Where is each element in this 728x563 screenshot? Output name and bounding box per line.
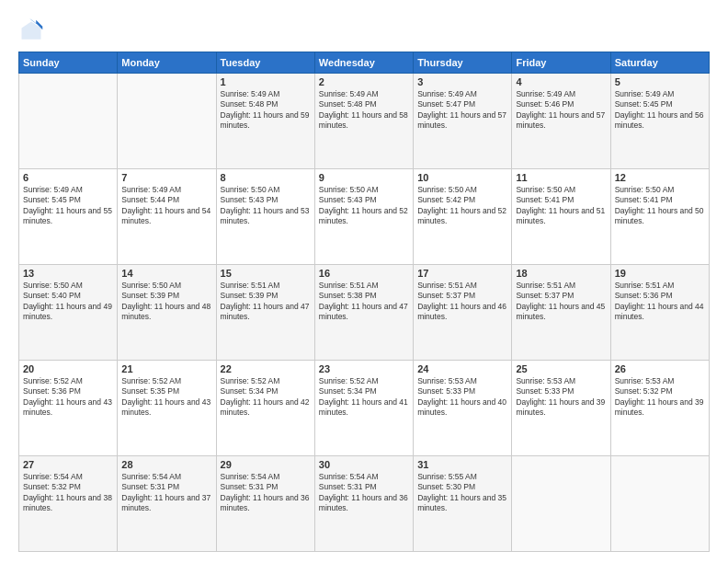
day-cell: 12Sunrise: 5:50 AM Sunset: 5:41 PM Dayli… <box>610 169 709 265</box>
day-cell <box>512 456 610 552</box>
day-cell: 7Sunrise: 5:49 AM Sunset: 5:44 PM Daylig… <box>118 169 216 265</box>
day-cell: 30Sunrise: 5:54 AM Sunset: 5:31 PM Dayli… <box>314 456 413 552</box>
day-cell: 25Sunrise: 5:53 AM Sunset: 5:33 PM Dayli… <box>512 361 610 456</box>
day-info: Sunrise: 5:51 AM Sunset: 5:39 PM Dayligh… <box>221 281 311 323</box>
day-number: 19 <box>615 268 705 279</box>
day-number: 5 <box>615 76 705 87</box>
day-info: Sunrise: 5:55 AM Sunset: 5:30 PM Dayligh… <box>417 472 507 514</box>
weekday-header-wednesday: Wednesday <box>314 52 413 74</box>
day-number: 6 <box>23 172 113 183</box>
day-number: 2 <box>319 76 409 87</box>
week-row-2: 6Sunrise: 5:49 AM Sunset: 5:45 PM Daylig… <box>19 169 710 265</box>
weekday-header-sunday: Sunday <box>19 52 118 74</box>
day-number: 9 <box>319 172 409 183</box>
day-cell: 10Sunrise: 5:50 AM Sunset: 5:42 PM Dayli… <box>414 169 512 265</box>
day-number: 24 <box>417 363 507 374</box>
day-info: Sunrise: 5:50 AM Sunset: 5:43 PM Dayligh… <box>319 185 409 227</box>
day-number: 1 <box>221 76 311 87</box>
day-cell: 21Sunrise: 5:52 AM Sunset: 5:35 PM Dayli… <box>118 361 216 456</box>
day-number: 18 <box>516 268 606 279</box>
day-number: 27 <box>23 459 113 470</box>
day-info: Sunrise: 5:50 AM Sunset: 5:41 PM Dayligh… <box>516 185 606 227</box>
day-info: Sunrise: 5:49 AM Sunset: 5:48 PM Dayligh… <box>221 89 311 132</box>
day-number: 15 <box>221 268 311 279</box>
day-number: 23 <box>319 363 409 374</box>
day-cell <box>118 74 216 169</box>
day-info: Sunrise: 5:53 AM Sunset: 5:33 PM Dayligh… <box>417 376 507 419</box>
day-cell: 17Sunrise: 5:51 AM Sunset: 5:37 PM Dayli… <box>414 265 512 361</box>
day-cell: 27Sunrise: 5:54 AM Sunset: 5:32 PM Dayli… <box>19 456 118 552</box>
day-cell: 31Sunrise: 5:55 AM Sunset: 5:30 PM Dayli… <box>414 456 512 552</box>
day-info: Sunrise: 5:54 AM Sunset: 5:31 PM Dayligh… <box>121 472 211 514</box>
day-number: 29 <box>221 459 311 470</box>
day-info: Sunrise: 5:50 AM Sunset: 5:41 PM Dayligh… <box>615 185 705 227</box>
day-info: Sunrise: 5:49 AM Sunset: 5:47 PM Dayligh… <box>417 89 507 132</box>
day-info: Sunrise: 5:49 AM Sunset: 5:46 PM Dayligh… <box>516 89 606 132</box>
day-info: Sunrise: 5:52 AM Sunset: 5:36 PM Dayligh… <box>23 376 113 419</box>
day-cell: 14Sunrise: 5:50 AM Sunset: 5:39 PM Dayli… <box>118 265 216 361</box>
weekday-header-friday: Friday <box>512 52 610 74</box>
day-cell: 3Sunrise: 5:49 AM Sunset: 5:47 PM Daylig… <box>414 74 512 169</box>
day-info: Sunrise: 5:52 AM Sunset: 5:34 PM Dayligh… <box>221 376 311 419</box>
weekday-header-monday: Monday <box>118 52 216 74</box>
day-number: 17 <box>417 268 507 279</box>
week-row-1: 1Sunrise: 5:49 AM Sunset: 5:48 PM Daylig… <box>19 74 710 169</box>
day-number: 22 <box>221 363 311 374</box>
day-info: Sunrise: 5:54 AM Sunset: 5:32 PM Dayligh… <box>23 472 113 514</box>
day-cell: 16Sunrise: 5:51 AM Sunset: 5:38 PM Dayli… <box>314 265 413 361</box>
day-number: 28 <box>121 459 211 470</box>
day-number: 30 <box>319 459 409 470</box>
day-cell: 23Sunrise: 5:52 AM Sunset: 5:34 PM Dayli… <box>314 361 413 456</box>
day-cell: 26Sunrise: 5:53 AM Sunset: 5:32 PM Dayli… <box>610 361 709 456</box>
day-number: 12 <box>615 172 705 183</box>
logo-icon <box>18 18 44 44</box>
day-cell: 29Sunrise: 5:54 AM Sunset: 5:31 PM Dayli… <box>216 456 314 552</box>
day-cell <box>610 456 709 552</box>
day-number: 7 <box>121 172 211 183</box>
day-number: 10 <box>417 172 507 183</box>
weekday-header-row: SundayMondayTuesdayWednesdayThursdayFrid… <box>19 52 710 74</box>
day-number: 13 <box>23 268 113 279</box>
week-row-5: 27Sunrise: 5:54 AM Sunset: 5:32 PM Dayli… <box>19 456 710 552</box>
day-number: 3 <box>417 76 507 87</box>
week-row-4: 20Sunrise: 5:52 AM Sunset: 5:36 PM Dayli… <box>19 361 710 456</box>
day-number: 14 <box>121 268 211 279</box>
day-cell: 2Sunrise: 5:49 AM Sunset: 5:48 PM Daylig… <box>314 74 413 169</box>
day-info: Sunrise: 5:51 AM Sunset: 5:37 PM Dayligh… <box>516 281 606 323</box>
day-number: 31 <box>417 459 507 470</box>
day-cell <box>19 74 118 169</box>
calendar-table: SundayMondayTuesdayWednesdayThursdayFrid… <box>18 52 710 552</box>
day-info: Sunrise: 5:50 AM Sunset: 5:39 PM Dayligh… <box>121 281 211 323</box>
day-cell: 28Sunrise: 5:54 AM Sunset: 5:31 PM Dayli… <box>118 456 216 552</box>
day-info: Sunrise: 5:51 AM Sunset: 5:37 PM Dayligh… <box>417 281 507 323</box>
day-cell: 9Sunrise: 5:50 AM Sunset: 5:43 PM Daylig… <box>314 169 413 265</box>
day-number: 20 <box>23 363 113 374</box>
week-row-3: 13Sunrise: 5:50 AM Sunset: 5:40 PM Dayli… <box>19 265 710 361</box>
day-number: 16 <box>319 268 409 279</box>
day-number: 8 <box>221 172 311 183</box>
day-number: 26 <box>615 363 705 374</box>
day-info: Sunrise: 5:52 AM Sunset: 5:35 PM Dayligh… <box>121 376 211 419</box>
day-info: Sunrise: 5:53 AM Sunset: 5:33 PM Dayligh… <box>516 376 606 419</box>
day-info: Sunrise: 5:49 AM Sunset: 5:48 PM Dayligh… <box>319 89 409 132</box>
day-info: Sunrise: 5:49 AM Sunset: 5:44 PM Dayligh… <box>121 185 211 227</box>
day-info: Sunrise: 5:52 AM Sunset: 5:34 PM Dayligh… <box>319 376 409 419</box>
day-cell: 8Sunrise: 5:50 AM Sunset: 5:43 PM Daylig… <box>216 169 314 265</box>
day-info: Sunrise: 5:54 AM Sunset: 5:31 PM Dayligh… <box>221 472 311 514</box>
day-cell: 24Sunrise: 5:53 AM Sunset: 5:33 PM Dayli… <box>414 361 512 456</box>
day-cell: 6Sunrise: 5:49 AM Sunset: 5:45 PM Daylig… <box>19 169 118 265</box>
day-info: Sunrise: 5:54 AM Sunset: 5:31 PM Dayligh… <box>319 472 409 514</box>
day-info: Sunrise: 5:49 AM Sunset: 5:45 PM Dayligh… <box>23 185 113 227</box>
day-cell: 22Sunrise: 5:52 AM Sunset: 5:34 PM Dayli… <box>216 361 314 456</box>
day-info: Sunrise: 5:50 AM Sunset: 5:42 PM Dayligh… <box>417 185 507 227</box>
day-cell: 20Sunrise: 5:52 AM Sunset: 5:36 PM Dayli… <box>19 361 118 456</box>
weekday-header-saturday: Saturday <box>610 52 709 74</box>
day-cell: 5Sunrise: 5:49 AM Sunset: 5:45 PM Daylig… <box>610 74 709 169</box>
day-info: Sunrise: 5:49 AM Sunset: 5:45 PM Dayligh… <box>615 89 705 132</box>
day-info: Sunrise: 5:53 AM Sunset: 5:32 PM Dayligh… <box>615 376 705 419</box>
logo <box>18 18 48 44</box>
day-cell: 1Sunrise: 5:49 AM Sunset: 5:48 PM Daylig… <box>216 74 314 169</box>
day-number: 25 <box>516 363 606 374</box>
weekday-header-tuesday: Tuesday <box>216 52 314 74</box>
page: SundayMondayTuesdayWednesdayThursdayFrid… <box>0 0 728 563</box>
